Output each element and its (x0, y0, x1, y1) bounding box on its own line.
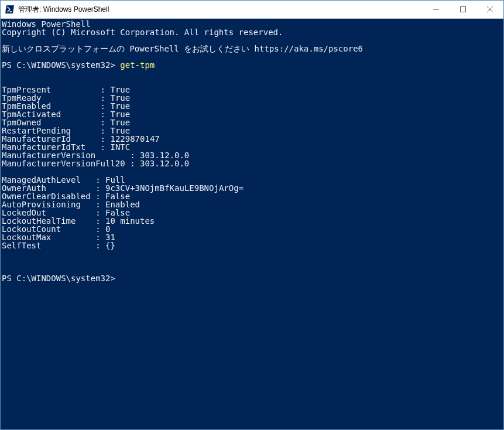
output-row: TpmOwned : True (2, 118, 502, 127)
prompt-line-2[interactable]: PS C:\WINDOWS\system32> (2, 274, 502, 282)
window-title: 管理者: Windows PowerShell (18, 5, 109, 15)
output-row: TpmEnabled : True (2, 102, 502, 110)
prompt-path: PS C:\WINDOWS\system32> (2, 60, 120, 70)
output-row: LockoutMax : 31 (2, 233, 502, 241)
output-row: LockoutCount : 0 (2, 225, 502, 233)
minimize-button[interactable] (423, 1, 450, 18)
prompt-path: PS C:\WINDOWS\system32> (2, 274, 115, 283)
header-line-3: 新しいクロスプラットフォームの PowerShell をお試しください http… (2, 45, 502, 53)
powershell-window: 管理者: Windows PowerShell Windows PowerShe… (0, 0, 504, 430)
output-row: LockoutHealTime : 10 minutes (2, 217, 502, 225)
output-row: TpmPresent : True (2, 86, 502, 94)
titlebar[interactable]: 管理者: Windows PowerShell (1, 1, 503, 19)
output-row: ManufacturerId : 1229870147 (2, 135, 502, 143)
output-row: ManufacturerIdTxt : INTC (2, 143, 502, 151)
powershell-icon (5, 5, 15, 14)
close-button[interactable] (476, 1, 503, 18)
output-row: ManufacturerVersion : 303.12.0.0 (2, 151, 502, 159)
prompt-command: get-tpm (120, 60, 155, 70)
output-row: OwnerAuth : 9c3CV+3NOjmBfKauLE9BNOjArOg= (2, 184, 502, 192)
header-line-1: Windows PowerShell (2, 20, 502, 28)
svg-rect-0 (461, 7, 466, 12)
output-row: LockedOut : False (2, 209, 502, 217)
console-output[interactable]: Windows PowerShellCopyright (C) Microsof… (1, 19, 503, 429)
output-row: AutoProvisioning : Enabled (2, 200, 502, 209)
output-row: SelfTest : {} (2, 241, 502, 250)
output-row: OwnerClearDisabled : False (2, 192, 502, 200)
output-row: RestartPending : True (2, 127, 502, 135)
output-row: ManagedAuthLevel : Full (2, 176, 502, 184)
output-row: TpmActivated : True (2, 110, 502, 118)
header-line-2: Copyright (C) Microsoft Corporation. All… (2, 28, 502, 36)
output-row: TpmReady : True (2, 94, 502, 102)
prompt-line-1: PS C:\WINDOWS\system32> get-tpm (2, 61, 502, 69)
output-row: ManufacturerVersionFull20 : 303.12.0.0 (2, 159, 502, 168)
maximize-button[interactable] (450, 1, 476, 18)
